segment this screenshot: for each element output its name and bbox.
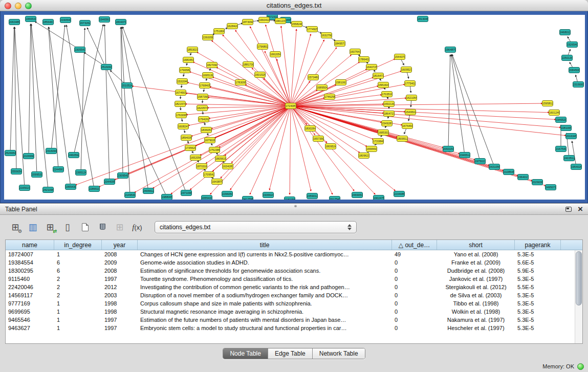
graph-node[interactable]: 15734820 [308,74,319,80]
graph-node[interactable]: 21069907 [23,153,34,159]
table-row[interactable]: 1830029562008Estimation of significance … [6,267,582,275]
graph-node[interactable]: 16342875 [222,163,233,169]
graph-node[interactable]: 18940356 [181,135,192,141]
graph-node[interactable]: 17684052 [199,82,210,89]
graph-node[interactable]: 18043712 [115,19,126,25]
tab-edge-table[interactable]: Edge Table [268,348,313,359]
graph-node[interactable]: 19648794 [445,47,456,53]
graph-node[interactable]: 19554302 [65,184,76,190]
new-table-icon[interactable] [78,220,92,234]
graph-node[interactable]: 17864029 [358,56,369,62]
graph-node[interactable]: 22501346 [561,55,573,61]
graph-node[interactable]: 18817309 [243,61,254,68]
graph-node[interactable]: 22340861 [394,191,405,197]
graph-node[interactable]: 16205748 [197,105,208,111]
table-row[interactable]: 969969511998Structural magnetic resonanc… [6,308,582,316]
column-header[interactable]: in_degree [54,240,102,250]
graph-node[interactable]: 15443706 [394,54,405,60]
graph-node[interactable]: 16895042 [316,84,328,91]
graph-node[interactable]: 24035126 [563,155,575,161]
graph-node[interactable]: 16604113 [258,17,270,23]
graph-node[interactable]: 22445671 [53,166,64,172]
graph-node[interactable]: 18270941 [206,62,217,68]
graph-node[interactable]: 17035164 [381,91,393,97]
graph-node[interactable]: 25160931 [101,64,112,70]
table-row[interactable]: 2242004622012Investigating the contribut… [6,283,582,291]
graph-node[interactable]: 16921305 [383,101,395,107]
graph-node[interactable]: 18360517 [201,127,212,133]
graph-node[interactable]: 17518063 [213,28,225,34]
table-settings-icon[interactable]: ⊞⚙ [8,220,23,234]
graph-node[interactable]: 24066123 [143,188,154,194]
table-row[interactable]: 1456911722003Disruption of a novel membe… [6,291,582,299]
graph-node[interactable]: 18215703 [175,101,186,107]
column-header[interactable]: year [102,240,138,250]
graph-node[interactable]: 20175439 [329,196,340,200]
graph-node[interactable]: 16764918 [402,123,413,129]
graph-node[interactable]: 17630954 [176,112,187,118]
column-header[interactable]: pagerank [515,240,561,250]
table-selector-combo[interactable]: citations_edges.txt [155,221,357,233]
graph-node[interactable]: 22865104 [89,186,100,192]
graph-node[interactable]: 16082471 [178,123,189,129]
graph-node[interactable]: 15958123 [542,100,553,106]
graph-node[interactable]: 23190654 [573,81,584,87]
table-row[interactable]: 977716911998Corpus callosum shape and si… [6,299,582,308]
graph-node[interactable]: 20163457 [565,133,577,139]
graph-node[interactable]: 20634891 [9,19,20,25]
table-row[interactable]: 946554611997Estimation of the future num… [6,316,582,324]
graph-node[interactable]: 18730946 [242,19,253,25]
graph-node[interactable]: 17356208 [185,145,196,151]
graph-node[interactable]: 19565310 [25,16,36,22]
graph-node[interactable]: 19465612 [99,16,110,23]
graph-node[interactable]: 25590542 [11,168,22,174]
graph-node[interactable]: 17830952 [235,79,246,85]
zoom-window-button[interactable] [25,3,32,9]
graph-node[interactable]: 17754028 [404,80,416,86]
panel-drag-handle[interactable] [294,205,297,207]
graph-node[interactable]: 22600584 [202,34,213,40]
graph-node[interactable]: 20290368 [532,179,543,185]
graph-node[interactable]: 16407252 [366,64,377,70]
close-panel-icon[interactable]: × [578,206,583,213]
graph-node[interactable]: 20931546 [443,146,454,152]
graph-node[interactable]: 15873906 [197,94,208,100]
tab-network-table[interactable]: Network Table [313,348,365,359]
graph-node[interactable]: 21804563 [284,196,295,200]
table-row[interactable]: 911546021997Tourette syndrome. Phenomeno… [6,275,582,283]
graph-node[interactable]: 15320468 [177,78,188,84]
scrollbar-thumb[interactable] [576,251,582,305]
graph-node[interactable]: 17240878 [285,103,296,109]
graph-node[interactable]: 21495307 [124,192,136,198]
graph-node[interactable]: 17095428 [203,171,214,178]
column-header[interactable]: △ out_de… [392,240,437,250]
graph-node[interactable]: 17208465 [373,138,384,144]
graph-node[interactable]: 16076413 [350,49,361,55]
column-header[interactable]: name [6,240,54,250]
graph-node[interactable]: 15810634 [335,79,346,85]
graph-node[interactable]: 17523860 [209,147,220,153]
graph-node[interactable]: 21650234 [19,185,30,191]
graph-node[interactable]: 15816042 [378,82,389,88]
graph-node[interactable]: 16853027 [378,129,389,136]
graph-node[interactable]: 19465203 [555,117,567,123]
graph-node[interactable]: 18095246 [325,143,336,149]
column-header[interactable]: title [138,240,392,250]
graph-node[interactable]: 18095127 [397,136,408,142]
graph-node[interactable]: 18164730 [373,73,384,79]
graph-node[interactable]: 17749251 [307,26,318,32]
table-row[interactable]: 1872400712008Changes of HCN gene express… [6,250,582,258]
graph-node[interactable]: 18096215 [358,152,369,159]
graph-node[interactable]: 23710985 [181,190,192,196]
graph-node[interactable]: 21675403 [555,146,567,152]
graph-node[interactable]: 21905405 [60,17,71,23]
table-scrollbar[interactable] [575,250,582,343]
graph-node[interactable]: 24680135 [559,29,571,35]
graph-node[interactable]: 21085462 [503,169,514,175]
graph-node[interactable]: 22960547 [222,191,233,197]
graph-node[interactable]: 16620543 [270,51,281,57]
graph-node[interactable]: 16327904 [321,32,332,38]
graph-node[interactable]: 19366240 [263,192,274,198]
graph-node[interactable]: 23055432 [74,47,85,53]
graph-node[interactable]: 17462580 [324,94,335,100]
